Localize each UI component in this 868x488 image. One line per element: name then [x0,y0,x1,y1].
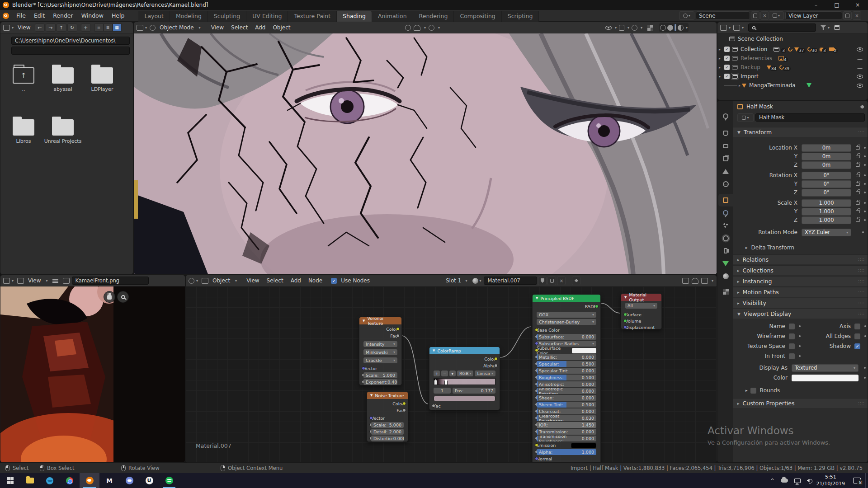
section-viewport-display[interactable]: ▼Viewport Display:::: [733,309,868,319]
viewport-add-menu[interactable]: Add [252,23,269,32]
bsdf-emission-swatch[interactable] [571,443,596,448]
folder-item-parent[interactable]: ↑ .. [4,67,43,92]
slot-dropdown[interactable]: Slot 1 [443,277,464,285]
axis-checkbox[interactable] [854,324,860,329]
display-as-dropdown[interactable]: Textured▾ [792,364,859,372]
tab-object-active[interactable] [718,194,733,206]
pan-hand-button[interactable] [104,291,115,303]
animate-dot[interactable] [864,211,866,212]
tab-material[interactable] [718,270,733,282]
display-mode-list-icon[interactable]: ≡ [94,23,104,32]
animate-dot[interactable] [799,355,801,357]
shading-wireframe-icon[interactable] [660,25,666,31]
tab-world[interactable] [718,178,733,190]
outliner-row-mangaterminada[interactable]: ▸ MangaTerminada [717,81,868,90]
overlays-icon[interactable] [632,25,637,31]
bsdf-specular-tint[interactable]: Specular Tint:0.000 [537,368,596,374]
ramp-position-field[interactable]: Pos:0.177 [453,388,495,394]
shading-rendered-icon[interactable] [678,25,684,31]
filter-funnel-icon[interactable] [821,25,826,30]
collection-checkbox[interactable]: ✓ [724,47,730,52]
ramp-remove-stop-button[interactable]: − [441,371,448,376]
name-checkbox[interactable] [789,324,795,329]
lock-icon[interactable] [856,174,860,177]
bsdf-clearcoat[interactable]: Clearcoat:0.000 [537,408,596,414]
voronoi-scale-field[interactable]: Scale:5.000 [363,372,397,378]
tab-compositing[interactable]: Compositing [454,11,501,22]
voronoi-distance-dropdown[interactable]: Minkowski▾ [363,349,397,355]
file-browser-view-menu[interactable]: View [14,23,33,32]
image-canvas[interactable] [0,286,185,463]
maximize-button[interactable]: □ [826,0,847,10]
refresh-button[interactable]: ↻ [67,23,77,32]
taskbar-chrome[interactable] [60,473,80,488]
file-browser-editor-type-icon[interactable] [3,25,10,31]
viewport-view-menu[interactable]: View [208,23,227,32]
bsdf-ior[interactable]: IOR:1.450 [537,422,596,428]
animate-dot[interactable] [864,174,866,176]
viewport-editor-type-icon[interactable] [137,25,143,31]
tab-sculpting[interactable]: Sculpting [208,11,246,22]
section-motion-paths[interactable]: ▸Motion Paths:::: [733,287,868,297]
pin-icon[interactable] [572,277,580,285]
forward-button[interactable]: → [46,23,56,32]
bsdf-anisotropic-rotation[interactable]: Anisotropic Rotation:0.000 [537,388,596,394]
up-button[interactable]: ↑ [57,23,66,32]
bsdf-sss-method-dropdown[interactable]: Christensen-Burley▾ [537,319,596,325]
menu-help[interactable]: Help [108,10,129,21]
animate-dot[interactable] [864,325,866,327]
outliner-row-referencias[interactable]: ▸ ✓ Referencias 4 [717,54,868,63]
rotation-y-field[interactable]: 0° [802,180,851,188]
shader-select-menu[interactable]: Select [264,277,287,285]
lock-icon[interactable] [856,146,860,150]
rotation-x-field[interactable]: 0° [802,172,851,179]
visibility-eye-icon[interactable] [857,47,863,52]
bsdf-transmission-roughness[interactable]: Transmission Roughness:0.000 [537,436,596,441]
material-name-field[interactable]: Material.007 [484,277,537,285]
node-canvas[interactable]: ▼Voronoi Texture Color Fac Intensity▾ Mi… [186,286,717,463]
start-button[interactable] [0,473,20,488]
use-nodes-checkbox[interactable]: ✓ [331,278,337,284]
folder-item-ldplayer[interactable]: LDPlayer [83,67,122,92]
colorramp-node-header[interactable]: ▼ColorRamp [429,347,500,354]
bsdf-sheen[interactable]: Sheen:0.000 [537,395,596,401]
unlink-material-button[interactable]: × [557,277,566,285]
shader-editor-type-icon[interactable] [189,278,194,284]
taskbar-spotify[interactable] [159,473,179,488]
node-material-output[interactable]: ▼Material Output All▾ Surface Volume Dis… [621,293,662,329]
create-directory-button[interactable]: + [81,23,91,32]
animate-dot[interactable] [862,231,864,233]
volume-icon[interactable] [807,479,810,483]
output-target-dropdown[interactable]: All▾ [625,303,657,309]
lock-icon[interactable] [856,155,860,158]
hidden-icons-chevron[interactable]: ^ [770,478,774,483]
menu-window[interactable]: Window [77,10,108,21]
section-visibility[interactable]: ▸Visibility:::: [733,298,868,308]
display-mode-thumbnail-icon[interactable]: ▦ [113,23,122,32]
lock-icon[interactable] [856,210,860,213]
texture-space-checkbox[interactable] [789,343,795,349]
scene-icon[interactable]: ▾ [679,11,694,20]
in-front-checkbox[interactable] [789,353,795,359]
action-center-icon[interactable]: 8 [853,478,861,483]
image-editor-type-icon[interactable] [3,278,10,284]
network-icon[interactable] [794,479,801,483]
taskbar-unreal[interactable]: U [139,473,159,488]
bsdf-anisotropic[interactable]: Anisotropic:0.000 [537,381,596,387]
location-z-field[interactable]: 0m [802,161,851,169]
wireframe-checkbox[interactable] [789,333,795,339]
outliner-row-import[interactable]: ▾ ✓ Import [717,72,868,81]
object-type-dropdown[interactable]: ▾ [737,113,754,122]
snap-magnet-icon[interactable] [414,25,420,31]
tab-layout[interactable]: Layout [138,11,170,22]
lock-icon[interactable] [856,191,860,194]
section-collections[interactable]: ▸Collections:::: [733,265,868,275]
folder-item-unreal-projects[interactable]: Unreal Projects [43,119,82,144]
tab-output[interactable] [718,140,733,152]
tab-scene[interactable] [718,165,733,178]
snap-grid-icon[interactable] [682,278,689,284]
ramp-stop-handle-1[interactable] [444,379,448,385]
menu-file[interactable]: File [12,10,30,21]
tab-view-layer[interactable] [718,152,733,165]
bsdf-subsurface-color-swatch[interactable] [572,348,596,353]
